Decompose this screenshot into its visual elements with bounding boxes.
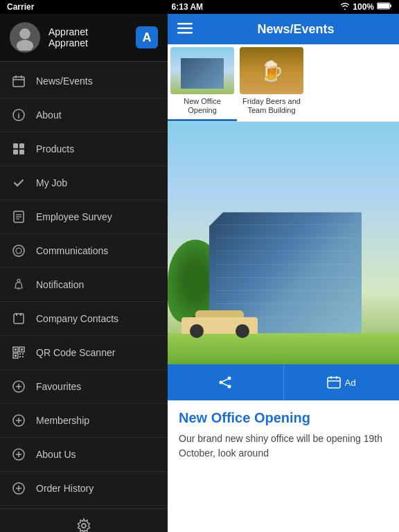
svg-rect-56 xyxy=(328,378,340,388)
user-name: Appranet Appranet xyxy=(48,26,127,48)
sidebar-header: Appranet Appranet A xyxy=(0,14,168,62)
svg-point-19 xyxy=(13,245,24,256)
membership-icon xyxy=(11,413,26,428)
svg-text:i: i xyxy=(17,112,19,120)
thumb-img-beers: 🍺 xyxy=(240,47,303,94)
status-right: 100% xyxy=(340,2,392,12)
add-to-calendar-button[interactable]: Ad xyxy=(284,364,400,400)
calendar-icon xyxy=(11,73,26,89)
sidebar-item-about[interactable]: i About xyxy=(0,98,168,132)
bell-icon xyxy=(11,277,26,292)
svg-point-21 xyxy=(17,279,20,282)
action-bar: Ad xyxy=(168,364,399,400)
sidebar-item-label: Order History xyxy=(36,483,94,494)
svg-rect-32 xyxy=(22,353,24,355)
svg-rect-5 xyxy=(13,77,24,87)
sidebar-item-label: Products xyxy=(36,143,74,154)
svg-point-51 xyxy=(228,377,231,380)
sidebar: Appranet Appranet A News/Events xyxy=(0,14,168,532)
svg-rect-13 xyxy=(13,150,18,154)
svg-rect-48 xyxy=(177,23,193,25)
sidebar-item-label: My Job xyxy=(36,177,67,188)
wifi-icon xyxy=(340,2,350,12)
svg-point-4 xyxy=(17,39,33,51)
thumb-label-office: New Office Opening xyxy=(170,97,234,115)
sidebar-item-about-us[interactable]: About Us xyxy=(0,438,168,472)
svg-rect-49 xyxy=(177,27,193,29)
hamburger-icon[interactable] xyxy=(177,21,193,37)
sidebar-item-favourites[interactable]: Favourites xyxy=(0,370,168,404)
svg-rect-34 xyxy=(22,356,24,357)
about-us-icon xyxy=(11,447,26,462)
svg-rect-28 xyxy=(21,348,23,351)
svg-rect-31 xyxy=(19,353,21,355)
svg-point-3 xyxy=(19,28,30,39)
svg-rect-24 xyxy=(20,313,21,316)
settings-icon[interactable] xyxy=(76,517,92,532)
sidebar-item-label: QR Code Scanner xyxy=(36,347,115,358)
top-bar: News/Events xyxy=(168,14,399,44)
svg-rect-50 xyxy=(177,32,193,34)
svg-rect-22 xyxy=(14,314,24,323)
info-icon: i xyxy=(11,107,26,123)
sidebar-item-label: News/Events xyxy=(36,76,93,87)
svg-point-20 xyxy=(16,248,21,254)
avatar xyxy=(10,22,40,53)
top-bar-title: News/Events xyxy=(202,22,389,37)
sidebar-item-notification[interactable]: Notification xyxy=(0,268,168,302)
qr-icon xyxy=(11,345,26,360)
article-image xyxy=(168,122,399,364)
sidebar-item-label: Membership xyxy=(36,415,89,426)
svg-point-47 xyxy=(82,524,86,528)
grid-icon xyxy=(11,141,26,157)
article-body: Our brand new shiny office will be openi… xyxy=(179,432,388,461)
sidebar-item-label: Employee Survey xyxy=(36,211,112,222)
app-container: Appranet Appranet A News/Events xyxy=(0,14,399,532)
app-icon: A xyxy=(136,26,158,48)
news-thumbnails: New Office Opening 🍺 Friday Beers and Te… xyxy=(168,44,399,122)
content-area: New Office Opening Our brand new shiny o… xyxy=(168,400,399,532)
sidebar-item-products[interactable]: Products xyxy=(0,132,168,166)
status-bar: Carrier 6:13 AM 100% xyxy=(0,0,399,14)
sidebar-menu: News/Events i About xyxy=(0,62,168,508)
sidebar-item-communications[interactable]: Communications xyxy=(0,234,168,268)
svg-rect-26 xyxy=(15,348,17,351)
sidebar-item-label: About Us xyxy=(36,449,76,460)
article-title: New Office Opening xyxy=(179,410,388,426)
svg-point-53 xyxy=(228,385,231,389)
thumb-img-office xyxy=(170,47,234,94)
plus-circle-icon xyxy=(11,379,26,394)
sidebar-item-membership[interactable]: Membership xyxy=(0,404,168,438)
thumb-friday-beers[interactable]: 🍺 Friday Beers and Team Building xyxy=(237,44,306,121)
sidebar-item-label: Communications xyxy=(36,245,108,256)
sidebar-item-order-history[interactable]: Order History xyxy=(0,472,168,506)
sidebar-footer xyxy=(0,508,168,532)
add-calendar-label: Ad xyxy=(345,378,356,388)
sidebar-item-label: Company Contacts xyxy=(36,313,118,324)
share-button[interactable] xyxy=(168,364,284,400)
sidebar-item-qr-code[interactable]: QR Code Scanner xyxy=(0,336,168,370)
svg-rect-11 xyxy=(13,143,18,148)
survey-icon xyxy=(11,209,26,224)
svg-rect-12 xyxy=(19,143,24,148)
svg-rect-23 xyxy=(16,313,17,316)
svg-rect-33 xyxy=(19,356,21,357)
sidebar-item-news-events[interactable]: News/Events xyxy=(0,64,168,98)
sidebar-item-label: About xyxy=(36,109,62,121)
sidebar-item-employee-survey[interactable]: Employee Survey xyxy=(0,200,168,234)
sidebar-item-company-contacts[interactable]: Company Contacts xyxy=(0,302,168,336)
battery-icon xyxy=(377,2,392,12)
check-icon xyxy=(11,175,26,190)
thumb-label-beers: Friday Beers and Team Building xyxy=(240,97,303,115)
sidebar-item-label: Favourites xyxy=(36,381,81,392)
sidebar-item-my-job[interactable]: My Job xyxy=(0,166,168,200)
main-panel: News/Events New Office Opening 🍺 Friday … xyxy=(168,14,399,532)
svg-rect-14 xyxy=(19,150,24,154)
thumb-new-office[interactable]: New Office Opening xyxy=(168,44,237,121)
svg-rect-1 xyxy=(378,3,389,8)
svg-rect-2 xyxy=(390,5,391,8)
order-history-icon xyxy=(11,481,26,496)
svg-point-52 xyxy=(220,381,223,384)
contact-icon xyxy=(11,311,26,326)
sidebar-item-label: Notification xyxy=(36,279,84,290)
